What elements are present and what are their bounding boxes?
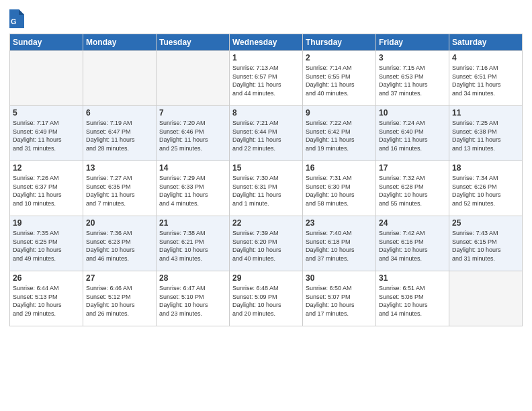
day-number: 1	[232, 53, 300, 62]
day-info: Sunrise: 7:42 AM Sunset: 6:16 PM Dayligh…	[379, 229, 446, 263]
calendar-week-row: 19Sunrise: 7:35 AM Sunset: 6:25 PM Dayli…	[10, 216, 523, 271]
calendar-cell: 4Sunrise: 7:16 AM Sunset: 6:51 PM Daylig…	[449, 51, 523, 106]
header: G	[9, 7, 523, 28]
calendar-cell: 7Sunrise: 7:20 AM Sunset: 6:46 PM Daylig…	[157, 106, 230, 161]
day-info: Sunrise: 7:26 AM Sunset: 6:37 PM Dayligh…	[13, 174, 80, 208]
calendar-cell: 16Sunrise: 7:31 AM Sunset: 6:30 PM Dayli…	[303, 161, 376, 216]
day-number: 11	[452, 108, 519, 118]
calendar-week-row: 1Sunrise: 7:13 AM Sunset: 6:57 PM Daylig…	[10, 51, 523, 106]
day-info: Sunrise: 7:43 AM Sunset: 6:15 PM Dayligh…	[452, 229, 519, 263]
calendar-cell: 13Sunrise: 7:27 AM Sunset: 6:35 PM Dayli…	[83, 161, 157, 216]
day-number: 29	[232, 273, 300, 283]
calendar-cell: 2Sunrise: 7:14 AM Sunset: 6:55 PM Daylig…	[303, 51, 376, 106]
calendar-cell: 30Sunrise: 6:50 AM Sunset: 5:07 PM Dayli…	[303, 271, 376, 326]
calendar-cell: 11Sunrise: 7:25 AM Sunset: 6:38 PM Dayli…	[449, 106, 523, 161]
day-info: Sunrise: 7:13 AM Sunset: 6:57 PM Dayligh…	[232, 64, 300, 97]
day-info: Sunrise: 6:46 AM Sunset: 5:12 PM Dayligh…	[86, 284, 153, 318]
calendar-cell: 22Sunrise: 7:39 AM Sunset: 6:20 PM Dayli…	[230, 216, 303, 271]
calendar-cell: 25Sunrise: 7:43 AM Sunset: 6:15 PM Dayli…	[449, 216, 523, 271]
calendar-cell	[10, 51, 83, 106]
day-info: Sunrise: 7:34 AM Sunset: 6:26 PM Dayligh…	[452, 174, 519, 208]
calendar-cell: 8Sunrise: 7:21 AM Sunset: 6:44 PM Daylig…	[230, 106, 303, 161]
day-number: 31	[379, 273, 446, 283]
day-number: 5	[13, 108, 80, 118]
day-number: 9	[306, 108, 373, 118]
day-info: Sunrise: 7:38 AM Sunset: 6:21 PM Dayligh…	[159, 229, 226, 263]
day-number: 18	[452, 163, 519, 173]
calendar-cell: 9Sunrise: 7:22 AM Sunset: 6:42 PM Daylig…	[303, 106, 376, 161]
weekday-header-saturday: Saturday	[449, 34, 523, 51]
day-number: 4	[452, 53, 519, 62]
day-number: 15	[232, 163, 300, 173]
day-number: 16	[306, 163, 373, 173]
calendar-cell: 24Sunrise: 7:42 AM Sunset: 6:16 PM Dayli…	[376, 216, 449, 271]
calendar-cell: 3Sunrise: 7:15 AM Sunset: 6:53 PM Daylig…	[376, 51, 449, 106]
day-number: 20	[86, 218, 153, 228]
weekday-header-row: SundayMondayTuesdayWednesdayThursdayFrid…	[10, 34, 523, 51]
day-number: 27	[86, 273, 153, 283]
calendar-week-row: 5Sunrise: 7:17 AM Sunset: 6:49 PM Daylig…	[10, 106, 523, 161]
calendar-cell	[449, 271, 523, 326]
day-number: 28	[159, 273, 226, 283]
calendar-cell: 17Sunrise: 7:32 AM Sunset: 6:28 PM Dayli…	[376, 161, 449, 216]
day-info: Sunrise: 7:16 AM Sunset: 6:51 PM Dayligh…	[452, 64, 519, 97]
day-info: Sunrise: 7:36 AM Sunset: 6:23 PM Dayligh…	[86, 229, 153, 263]
day-number: 2	[306, 53, 373, 62]
day-number: 19	[13, 218, 80, 228]
day-info: Sunrise: 7:40 AM Sunset: 6:18 PM Dayligh…	[306, 229, 373, 263]
calendar-cell: 6Sunrise: 7:19 AM Sunset: 6:47 PM Daylig…	[83, 106, 157, 161]
svg-marker-1	[19, 9, 24, 15]
calendar-cell: 1Sunrise: 7:13 AM Sunset: 6:57 PM Daylig…	[230, 51, 303, 106]
weekday-header-thursday: Thursday	[303, 34, 376, 51]
svg-text:G: G	[11, 17, 17, 26]
day-number: 6	[86, 108, 153, 118]
day-info: Sunrise: 6:51 AM Sunset: 5:06 PM Dayligh…	[379, 284, 446, 318]
day-info: Sunrise: 7:20 AM Sunset: 6:46 PM Dayligh…	[159, 119, 226, 152]
day-info: Sunrise: 7:39 AM Sunset: 6:20 PM Dayligh…	[232, 229, 300, 263]
calendar-table: SundayMondayTuesdayWednesdayThursdayFrid…	[9, 34, 523, 326]
day-number: 14	[159, 163, 226, 173]
calendar-cell: 27Sunrise: 6:46 AM Sunset: 5:12 PM Dayli…	[83, 271, 157, 326]
day-number: 24	[379, 218, 446, 228]
day-info: Sunrise: 7:30 AM Sunset: 6:31 PM Dayligh…	[232, 174, 300, 208]
page-container: G SundayMondayTuesdayWednesdayThursdayFr…	[0, 0, 532, 411]
day-number: 7	[159, 108, 226, 118]
day-number: 12	[13, 163, 80, 173]
day-number: 23	[306, 218, 373, 228]
logo-icon: G	[9, 9, 24, 28]
calendar-cell: 12Sunrise: 7:26 AM Sunset: 6:37 PM Dayli…	[10, 161, 83, 216]
weekday-header-friday: Friday	[376, 34, 449, 51]
day-info: Sunrise: 7:31 AM Sunset: 6:30 PM Dayligh…	[306, 174, 373, 208]
day-number: 25	[452, 218, 519, 228]
logo: G	[9, 9, 24, 28]
day-info: Sunrise: 7:22 AM Sunset: 6:42 PM Dayligh…	[306, 119, 373, 152]
weekday-header-monday: Monday	[83, 34, 157, 51]
day-number: 8	[232, 108, 300, 118]
day-info: Sunrise: 7:14 AM Sunset: 6:55 PM Dayligh…	[306, 64, 373, 97]
day-info: Sunrise: 7:27 AM Sunset: 6:35 PM Dayligh…	[86, 174, 153, 208]
calendar-cell: 28Sunrise: 6:47 AM Sunset: 5:10 PM Dayli…	[157, 271, 230, 326]
calendar-week-row: 12Sunrise: 7:26 AM Sunset: 6:37 PM Dayli…	[10, 161, 523, 216]
day-info: Sunrise: 7:24 AM Sunset: 6:40 PM Dayligh…	[379, 119, 446, 152]
day-number: 22	[232, 218, 300, 228]
calendar-cell: 19Sunrise: 7:35 AM Sunset: 6:25 PM Dayli…	[10, 216, 83, 271]
calendar-cell: 29Sunrise: 6:48 AM Sunset: 5:09 PM Dayli…	[230, 271, 303, 326]
calendar-cell: 18Sunrise: 7:34 AM Sunset: 6:26 PM Dayli…	[449, 161, 523, 216]
day-number: 26	[13, 273, 80, 283]
calendar-cell: 21Sunrise: 7:38 AM Sunset: 6:21 PM Dayli…	[157, 216, 230, 271]
day-number: 17	[379, 163, 446, 173]
calendar-cell: 31Sunrise: 6:51 AM Sunset: 5:06 PM Dayli…	[376, 271, 449, 326]
day-number: 21	[159, 218, 226, 228]
calendar-cell	[157, 51, 230, 106]
day-info: Sunrise: 7:32 AM Sunset: 6:28 PM Dayligh…	[379, 174, 446, 208]
day-number: 3	[379, 53, 446, 62]
day-number: 10	[379, 108, 446, 118]
calendar-week-row: 26Sunrise: 6:44 AM Sunset: 5:13 PM Dayli…	[10, 271, 523, 326]
weekday-header-sunday: Sunday	[10, 34, 83, 51]
calendar-cell: 20Sunrise: 7:36 AM Sunset: 6:23 PM Dayli…	[83, 216, 157, 271]
calendar-cell: 10Sunrise: 7:24 AM Sunset: 6:40 PM Dayli…	[376, 106, 449, 161]
day-info: Sunrise: 7:35 AM Sunset: 6:25 PM Dayligh…	[13, 229, 80, 263]
calendar-cell: 26Sunrise: 6:44 AM Sunset: 5:13 PM Dayli…	[10, 271, 83, 326]
calendar-cell: 23Sunrise: 7:40 AM Sunset: 6:18 PM Dayli…	[303, 216, 376, 271]
calendar-cell: 5Sunrise: 7:17 AM Sunset: 6:49 PM Daylig…	[10, 106, 83, 161]
